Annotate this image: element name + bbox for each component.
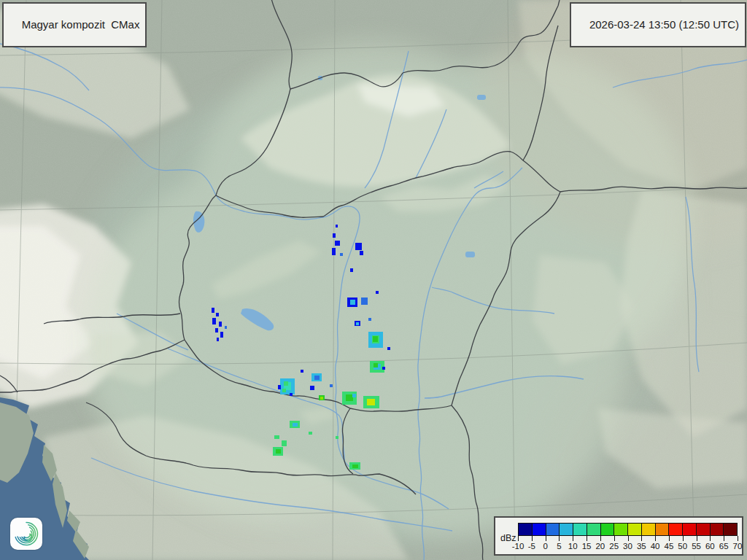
radar-product-screen: Magyar kompozit CMax 2026-03-24 13:50 (1… xyxy=(0,0,747,560)
mountain-reservoir xyxy=(477,95,486,100)
legend-color-cell xyxy=(710,523,724,536)
radar-echo xyxy=(382,367,385,370)
radar-echo xyxy=(376,291,379,294)
legend-tick-label: 5 xyxy=(557,542,561,551)
legend-tick-label: 15 xyxy=(582,542,592,551)
legend-color-cell xyxy=(641,523,656,536)
product-title: Magyar kompozit CMax xyxy=(22,18,140,31)
legend-tick-label: 65 xyxy=(719,542,729,551)
dbz-color-scale-legend: dBz -10-50510152025303540455055606570 xyxy=(494,516,743,556)
legend-tick-label: 0 xyxy=(543,542,547,551)
radar-echo xyxy=(301,370,303,373)
radar-echo xyxy=(217,338,219,341)
radar-echo xyxy=(284,381,288,386)
radar-echo xyxy=(290,393,293,396)
radar-echo xyxy=(360,251,363,255)
legend-tick-label: -5 xyxy=(528,542,535,551)
legend-color-cell xyxy=(627,523,642,536)
legend-color-cell xyxy=(518,523,533,536)
legend-tick-label: 10 xyxy=(568,542,578,551)
legend-tick-label: 70 xyxy=(733,542,743,551)
radar-echo xyxy=(310,386,314,390)
legend-color-cell xyxy=(696,523,711,536)
radar-echo xyxy=(212,308,214,313)
legend-color-cell xyxy=(573,523,587,536)
legend-color-cell xyxy=(723,523,738,536)
radar-echo xyxy=(220,332,223,338)
legend-tick-labels: -10-50510152025303540455055606570 xyxy=(518,542,738,552)
radar-echo-core xyxy=(350,300,355,305)
radar-echo-core xyxy=(276,449,281,454)
radar-echo xyxy=(309,432,312,435)
legend-tick-label: 35 xyxy=(637,542,646,551)
radar-echo-core xyxy=(346,394,353,401)
legend-color-cell xyxy=(682,523,697,536)
product-label-box: Magyar kompozit CMax xyxy=(2,2,147,47)
legend-tick-label: 60 xyxy=(705,542,715,551)
radar-echo-core xyxy=(293,423,298,427)
radar-echo xyxy=(368,318,371,321)
legend-color-cell xyxy=(614,523,628,536)
radar-echo xyxy=(374,363,378,368)
radar-echo xyxy=(335,241,340,246)
radar-echo xyxy=(333,233,336,238)
radar-echo xyxy=(282,440,287,446)
radar-echo xyxy=(332,248,336,255)
radar-echo xyxy=(350,268,353,272)
legend-tick-label: 30 xyxy=(623,542,632,551)
legend-color-cell xyxy=(532,523,546,536)
radar-echo-core xyxy=(352,464,358,468)
radar-echo-core xyxy=(320,397,323,400)
legend-color-cell xyxy=(655,523,670,536)
radar-echo xyxy=(225,326,227,329)
legend-tick-label: 50 xyxy=(678,542,687,551)
legend-tick-marks xyxy=(518,536,738,541)
radar-echo xyxy=(216,313,219,316)
legend-color-cell xyxy=(668,523,683,536)
met-service-logo xyxy=(10,518,42,550)
legend-tick-label: 45 xyxy=(665,542,674,551)
radar-echo xyxy=(330,384,333,387)
radar-echo xyxy=(340,253,343,256)
radar-echo xyxy=(282,389,286,392)
radar-echo xyxy=(212,318,216,324)
radar-echo xyxy=(215,328,218,332)
timestamp-box: 2026-03-24 13:50 (12:50 UTC) xyxy=(570,2,746,47)
legend-color-cell xyxy=(587,523,601,536)
legend-tick-label: 20 xyxy=(595,542,605,551)
legend-tick-label: 25 xyxy=(609,542,619,551)
radar-echo xyxy=(278,385,281,389)
legend-color-cell xyxy=(546,523,560,536)
map-canvas xyxy=(0,0,747,560)
radar-echo xyxy=(336,436,338,439)
radar-echo xyxy=(336,225,338,228)
radar-echo xyxy=(274,435,279,439)
radar-echo xyxy=(373,336,378,342)
radar-echo xyxy=(361,298,368,305)
radar-echo xyxy=(355,243,362,250)
timestamp-text: 2026-03-24 13:50 (12:50 UTC) xyxy=(589,18,739,31)
radar-echo-core xyxy=(367,399,375,405)
legend-tick-label: 55 xyxy=(692,542,701,551)
legend-tick-label: 40 xyxy=(651,542,660,551)
legend-color-bar xyxy=(518,523,738,536)
spiral-logo-icon xyxy=(10,518,42,550)
radar-echo-core xyxy=(356,322,359,325)
legend-tick-label: -10 xyxy=(512,542,525,551)
radar-echo xyxy=(219,322,222,327)
legend-color-cell xyxy=(600,523,615,536)
radar-echo xyxy=(352,394,356,397)
legend-color-cell xyxy=(559,523,573,536)
radar-echo-core xyxy=(314,376,320,380)
radar-echo xyxy=(387,347,390,350)
lake-tisza xyxy=(465,252,475,257)
